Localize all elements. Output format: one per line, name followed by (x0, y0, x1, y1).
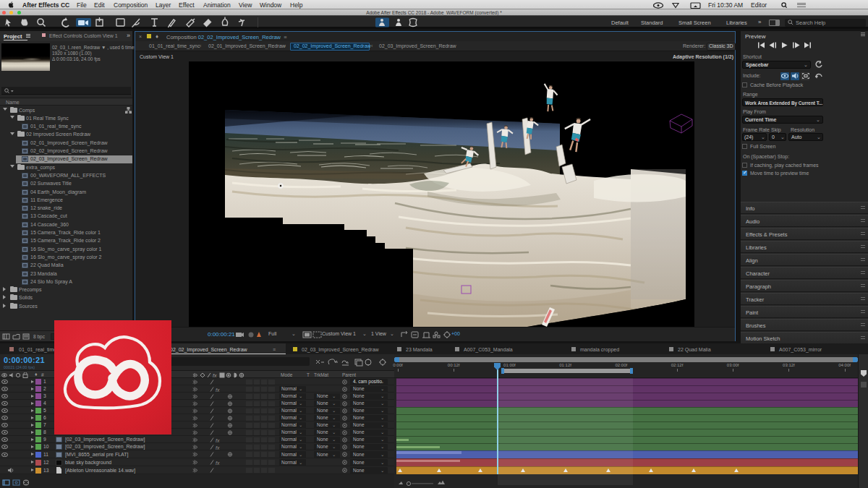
svg-text:fx: fx (216, 445, 220, 450)
svg-text:fx: fx (216, 437, 220, 442)
svg-text:fx: fx (216, 387, 220, 392)
svg-text:fx: fx (213, 373, 217, 378)
svg-text:fx: fx (216, 461, 220, 466)
